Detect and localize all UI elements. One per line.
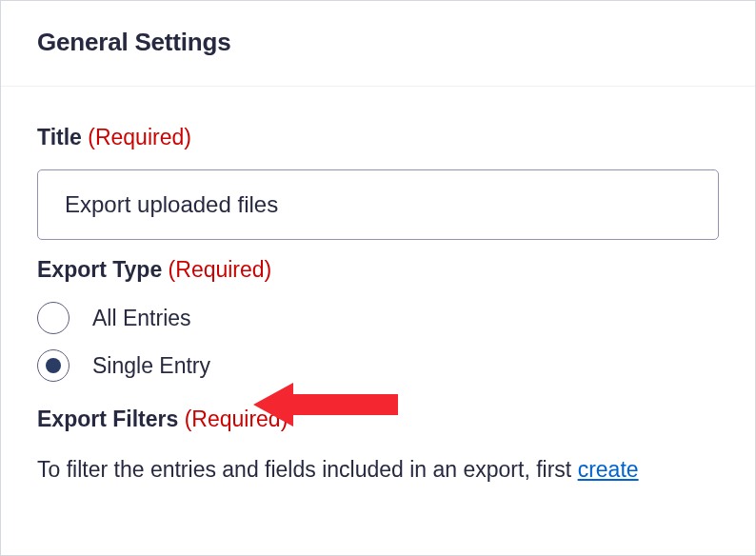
export-filters-description: To filter the entries and fields include… [37, 453, 719, 486]
page-title: General Settings [37, 28, 719, 57]
radio-single-entry[interactable]: Single Entry [37, 349, 719, 382]
title-label-text: Title [37, 125, 82, 149]
title-label: Title (Required) [37, 125, 719, 150]
export-type-required-text: (Required) [169, 257, 272, 282]
export-type-label-text: Export Type [37, 257, 162, 282]
create-link[interactable]: create [578, 457, 639, 482]
radio-single-entry-label: Single Entry [92, 353, 210, 379]
radio-all-entries[interactable]: All Entries [37, 302, 719, 334]
export-filters-label: Export Filters (Required) [37, 407, 719, 432]
export-filters-label-text: Export Filters [37, 407, 178, 431]
title-input[interactable] [37, 169, 719, 240]
radio-circle-icon [37, 302, 70, 334]
radio-all-entries-label: All Entries [92, 306, 191, 331]
title-required-text: (Required) [88, 125, 191, 149]
export-type-label: Export Type (Required) [37, 257, 719, 283]
description-text: To filter the entries and fields include… [37, 457, 578, 482]
radio-circle-selected-icon [37, 349, 70, 382]
export-filters-required-text: (Required) [185, 407, 288, 431]
